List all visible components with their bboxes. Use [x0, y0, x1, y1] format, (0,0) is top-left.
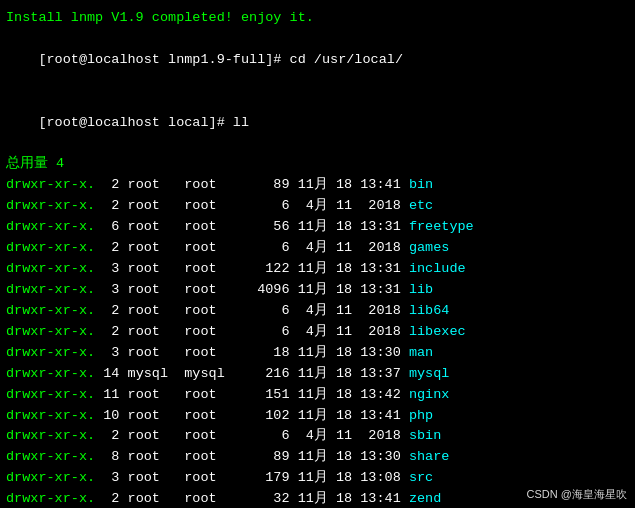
terminal: Install lnmp V1.9 completed! enjoy it. [… [0, 0, 635, 508]
total-line: 总用量 4 [6, 154, 629, 175]
table-row: drwxr-xr-x. 14 mysql mysql 216 11月 18 13… [6, 364, 629, 385]
table-row: drwxr-xr-x. 3 root root 4096 11月 18 13:3… [6, 280, 629, 301]
table-row: drwxr-xr-x. 6 root root 56 11月 18 13:31 … [6, 217, 629, 238]
cmd-ll-text: ll [233, 115, 249, 130]
table-row: drwxr-xr-x. 11 root root 151 11月 18 13:4… [6, 385, 629, 406]
table-row: drwxr-xr-x. 10 root root 102 11月 18 13:4… [6, 406, 629, 427]
prompt-ll: [root@localhost local]# [38, 115, 232, 130]
table-row: drwxr-xr-x. 3 root root 122 11月 18 13:31… [6, 259, 629, 280]
table-row: drwxr-xr-x. 2 root root 6 4月 11 2018 gam… [6, 238, 629, 259]
table-row: drwxr-xr-x. 8 root root 89 11月 18 13:30 … [6, 447, 629, 468]
prompt-cd: [root@localhost lnmp1.9-full]# [38, 52, 289, 67]
cmd-cd-text: cd /usr/local/ [290, 52, 403, 67]
table-row: drwxr-xr-x. 2 root root 6 4月 11 2018 lib… [6, 322, 629, 343]
table-row: drwxr-xr-x. 3 root root 18 11月 18 13:30 … [6, 343, 629, 364]
cmd-ll-line: [root@localhost local]# ll [6, 92, 629, 155]
table-row: drwxr-xr-x. 2 root root 6 4月 11 2018 lib… [6, 301, 629, 322]
install-message: Install lnmp V1.9 completed! enjoy it. [6, 8, 629, 29]
table-row: drwxr-xr-x. 2 root root 6 4月 11 2018 etc [6, 196, 629, 217]
table-row: drwxr-xr-x. 2 root root 6 4月 11 2018 sbi… [6, 426, 629, 447]
table-row: drwxr-xr-x. 2 root root 89 11月 18 13:41 … [6, 175, 629, 196]
cmd-cd-line: [root@localhost lnmp1.9-full]# cd /usr/l… [6, 29, 629, 92]
watermark: CSDN @海皇海星吹 [527, 487, 627, 502]
